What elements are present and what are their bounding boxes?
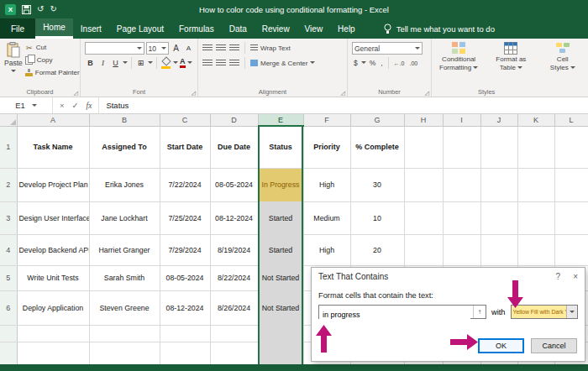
alignment-dialog-launcher[interactable]: ◿ — [341, 90, 345, 96]
cell-E-empty-7[interactable] — [258, 342, 303, 364]
cell-K3[interactable] — [517, 201, 554, 234]
conditional-formatting-button[interactable]: Conditional Formatting — [436, 42, 481, 71]
increase-decimal-button[interactable]: ←.0 — [392, 60, 407, 66]
enter-entry-icon[interactable]: ✓ — [72, 101, 79, 110]
select-all-corner[interactable] — [0, 114, 17, 126]
cell-K2[interactable] — [517, 168, 554, 201]
cell-F3[interactable]: Medium — [303, 201, 350, 234]
cell-L4[interactable] — [554, 234, 588, 265]
column-header-K[interactable]: K — [517, 114, 554, 126]
number-dialog-launcher[interactable]: ◿ — [425, 90, 429, 96]
formula-content[interactable]: Status — [99, 101, 129, 110]
cut-button[interactable]: ✂ Cut — [25, 42, 80, 53]
cell-B6[interactable]: Steven Greene — [89, 290, 160, 325]
row-header-6[interactable]: 6 — [0, 290, 17, 325]
paste-button[interactable]: Paste — [4, 42, 23, 87]
insert-function-icon[interactable]: fx — [87, 102, 92, 110]
dialog-help-icon[interactable]: ? — [556, 272, 561, 281]
cell-H1[interactable] — [404, 126, 443, 168]
row-header[interactable] — [0, 342, 17, 364]
cell-F2[interactable]: High — [303, 168, 350, 201]
cell-A3[interactable]: Design User Interface — [17, 201, 89, 234]
clipboard-dialog-launcher[interactable]: ◿ — [74, 90, 78, 96]
tab-formulas[interactable]: Formulas — [171, 18, 222, 39]
cell-J2[interactable] — [480, 168, 517, 201]
cell-A1[interactable]: Task Name — [17, 126, 89, 168]
cell-D4[interactable]: 8/19/2024 — [210, 234, 258, 265]
italic-button[interactable]: I — [97, 57, 108, 69]
cell-G4[interactable]: 20 — [350, 234, 404, 265]
cell-D6[interactable]: 8/26/2024 — [210, 290, 258, 325]
column-header-H[interactable]: H — [404, 114, 443, 126]
cell-D-empty-7[interactable] — [210, 342, 258, 364]
row-header-2[interactable]: 2 — [0, 168, 17, 201]
font-size-combo[interactable]: 10 — [146, 42, 170, 55]
wrap-text-button[interactable]: Wrap Text — [250, 43, 291, 54]
cell-E5[interactable]: Not Started — [258, 265, 303, 290]
cell-I2[interactable] — [443, 168, 480, 201]
cell-C5[interactable]: 08-05-2024 — [160, 265, 210, 290]
cell-C4[interactable]: 7/29/2024 — [160, 234, 210, 265]
cell-A-empty-6[interactable] — [17, 325, 89, 342]
tab-page-layout[interactable]: Page Layout — [109, 18, 171, 39]
cell-B-empty-6[interactable] — [89, 325, 160, 342]
row-header-1[interactable]: 1 — [0, 126, 17, 168]
cell-L2[interactable] — [554, 168, 588, 201]
column-header-L[interactable]: L — [554, 114, 588, 126]
tab-home[interactable]: Home — [35, 18, 73, 39]
cell-L1[interactable] — [554, 126, 588, 168]
column-header-A[interactable]: A — [17, 114, 89, 126]
column-header-C[interactable]: C — [160, 114, 210, 126]
cell-D3[interactable]: 08-12-2024 — [210, 201, 258, 234]
cell-B1[interactable]: Assigned To — [89, 126, 160, 168]
save-icon[interactable] — [22, 5, 31, 14]
align-right-icon[interactable] — [229, 60, 239, 67]
column-header-B[interactable]: B — [89, 114, 160, 126]
cell-I3[interactable] — [443, 201, 480, 234]
column-header-G[interactable]: G — [350, 114, 404, 126]
format-painter-button[interactable]: Format Painter — [25, 67, 80, 78]
cell-J1[interactable] — [480, 126, 517, 168]
top-align-icon[interactable] — [202, 44, 213, 52]
comma-button[interactable]: , — [379, 59, 384, 67]
bottom-align-icon[interactable] — [229, 44, 239, 52]
cell-C-empty-6[interactable] — [160, 325, 210, 342]
format-as-table-button[interactable]: Format as Table — [488, 42, 533, 71]
cell-D5[interactable]: 8/22/2024 — [210, 265, 258, 290]
font-color-button[interactable]: A — [180, 58, 186, 68]
tab-data[interactable]: Data — [222, 18, 255, 39]
shrink-font-button[interactable]: A — [183, 43, 194, 55]
align-center-icon[interactable] — [216, 60, 226, 67]
cell-C2[interactable]: 7/22/2024 — [160, 168, 210, 201]
cell-B3[interactable]: Jane Lockhart — [89, 201, 160, 234]
borders-button[interactable]: ⊞ — [135, 57, 146, 69]
cell-B-empty-7[interactable] — [89, 342, 160, 364]
tab-file[interactable]: File — [0, 18, 35, 39]
row-header[interactable] — [0, 325, 17, 342]
cell-A6[interactable]: Deploy Application — [17, 290, 89, 325]
cell-E-empty-6[interactable] — [258, 325, 303, 342]
cell-H4[interactable] — [404, 234, 443, 265]
font-color-caret[interactable] — [187, 61, 192, 66]
decrease-decimal-button[interactable]: .00 — [408, 60, 420, 66]
tab-insert[interactable]: Insert — [73, 18, 109, 39]
cell-L3[interactable] — [554, 201, 588, 234]
cell-E3[interactable]: Started — [258, 201, 303, 234]
excel-logo-icon[interactable]: X — [5, 4, 16, 15]
fill-color-caret[interactable] — [173, 61, 178, 66]
merge-center-button[interactable]: Merge & Center — [250, 58, 315, 69]
format-style-caret[interactable] — [566, 306, 577, 318]
column-header-F[interactable]: F — [303, 114, 350, 126]
grow-font-button[interactable]: A — [171, 43, 181, 55]
cell-A-empty-7[interactable] — [17, 342, 89, 364]
font-dialog-launcher[interactable]: ◿ — [192, 90, 196, 96]
cell-J4[interactable] — [480, 234, 517, 265]
cancel-button[interactable]: Cancel — [531, 338, 577, 353]
cell-H3[interactable] — [404, 201, 443, 234]
cell-C6[interactable]: 08-12-2024 — [160, 290, 210, 325]
row-header-4[interactable]: 4 — [0, 234, 17, 265]
cell-G1[interactable]: % Complete — [350, 126, 404, 168]
cancel-entry-icon[interactable]: × — [60, 101, 65, 110]
column-header-I[interactable]: I — [443, 114, 480, 126]
cell-I1[interactable] — [443, 126, 480, 168]
